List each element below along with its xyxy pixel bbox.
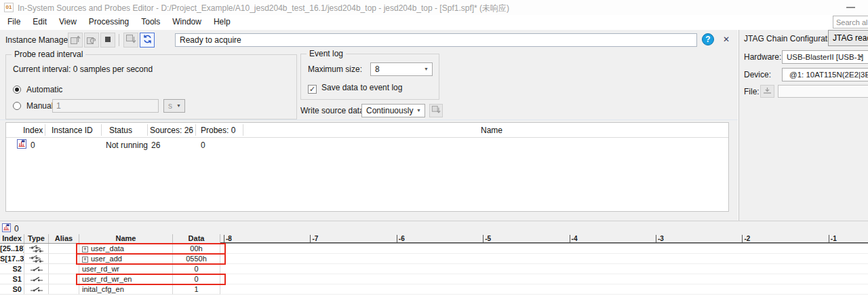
signal-data-cell[interactable]: 0550h xyxy=(173,254,220,264)
device-select[interactable]: @1: 10AT115N(2E2|3E2 xyxy=(782,68,868,81)
file-label: File: xyxy=(744,87,760,96)
refresh-button[interactable] xyxy=(140,33,155,48)
signal-header-index[interactable]: Index xyxy=(0,234,24,243)
instance-header-separator xyxy=(195,124,196,136)
bus-switch-icon xyxy=(24,244,49,254)
main-area: Instance Manager: Ready to acquire ? ✕ P… xyxy=(0,30,738,221)
instance-header-probes-0[interactable]: Probes: 0 xyxy=(201,125,235,136)
signal-header-name[interactable]: Name xyxy=(79,234,173,243)
acquire-status-field: Ready to acquire xyxy=(175,33,697,47)
signal-header-alias[interactable]: Alias xyxy=(49,234,79,243)
instance-index-cell[interactable]: 0 xyxy=(31,140,35,151)
menu-processing[interactable]: Processing xyxy=(83,15,135,29)
instance-status-cell[interactable]: Not running xyxy=(106,140,148,151)
instance-header-sources-26[interactable]: Sources: 26 xyxy=(150,125,193,136)
instance-table: IndexInstance IDStatusSources: 26Probes:… xyxy=(5,122,729,212)
maximum-size-arrow: ▼ xyxy=(424,63,429,75)
signal-header-data[interactable]: Data xyxy=(173,234,220,243)
help-icon[interactable]: ? xyxy=(702,33,714,45)
save-event-log-row[interactable]: ✓Save data to event log xyxy=(308,83,402,94)
signal-table: IndexTypeAliasNameData-8-7-6-5-4-3-2-1 [… xyxy=(0,234,868,298)
probe-group-title: Probe read interval xyxy=(12,50,85,59)
instance-sources-cell[interactable]: 26 xyxy=(151,140,160,151)
manual-radio[interactable] xyxy=(13,102,21,110)
automatic-radio-row[interactable]: Automatic xyxy=(13,85,62,94)
write-source-data-button[interactable] xyxy=(123,33,138,48)
signal-name-cell[interactable]: user_rd_wr xyxy=(79,264,173,274)
menu-help[interactable]: Help xyxy=(208,15,237,29)
expand-icon[interactable]: + xyxy=(82,257,88,263)
event-log-group: Event log Maximum size: 8 ▼ ✓Save data t… xyxy=(300,54,439,100)
instance-tab[interactable]: 0 xyxy=(2,223,19,234)
manual-radio-row[interactable]: Manual xyxy=(13,101,53,111)
signal-data-cell[interactable]: 0 xyxy=(173,274,220,284)
instance-header-separator xyxy=(101,124,102,136)
signal-alias-cell[interactable] xyxy=(49,274,79,284)
signal-data-cell[interactable]: 0 xyxy=(173,264,220,274)
stop-button[interactable] xyxy=(100,33,115,48)
signal-name-cell[interactable]: +user_add xyxy=(79,254,173,264)
menu-file[interactable]: File xyxy=(1,15,26,29)
maximum-size-label: Maximum size: xyxy=(308,64,362,74)
signal-row-inital_cfg_en[interactable]: S0inital_cfg_en1 xyxy=(0,284,868,295)
signal-alias-cell[interactable] xyxy=(49,254,79,264)
current-interval-text: Current interval: 0 samples per second xyxy=(13,64,153,74)
signal-row-user_rd_wr_en[interactable]: S1user_rd_wr_en0 xyxy=(0,274,868,284)
maximum-size-select[interactable]: 8 ▼ xyxy=(370,62,433,76)
signal-index-cell[interactable]: S1 xyxy=(0,274,24,284)
menu-view[interactable]: View xyxy=(53,15,83,29)
write-once-button[interactable] xyxy=(429,104,443,117)
signal-index-cell[interactable]: S[17..3] xyxy=(0,254,24,264)
timeline-tick: -3 xyxy=(656,235,664,242)
signal-alias-cell[interactable] xyxy=(49,264,79,274)
write-source-arrow: ▼ xyxy=(416,105,421,117)
signal-alias-cell[interactable] xyxy=(49,244,79,254)
timeline-tick: -6 xyxy=(397,235,405,242)
signal-name-cell[interactable]: +user_data xyxy=(79,244,173,254)
manual-interval-input[interactable] xyxy=(52,99,159,113)
close-icon[interactable]: ✕ xyxy=(721,33,732,45)
signal-data-cell[interactable]: 1 xyxy=(173,284,220,295)
continuously-read-button[interactable] xyxy=(84,33,99,48)
menu-tools[interactable]: Tools xyxy=(135,15,166,29)
manual-unit-select[interactable]: s ▼ xyxy=(163,99,185,113)
file-open-button[interactable] xyxy=(760,85,774,98)
signal-row-user_data[interactable]: [25..18]+user_data00h xyxy=(0,244,868,254)
signal-table-filler xyxy=(0,295,868,298)
search-input[interactable] xyxy=(833,16,868,29)
event-log-title: Event log xyxy=(307,49,346,58)
instance-header-instance-id[interactable]: Instance ID xyxy=(52,125,93,136)
read-probe-data-button[interactable] xyxy=(68,33,83,48)
save-event-log-checkbox[interactable]: ✓ xyxy=(308,85,317,94)
menu-edit[interactable]: Edit xyxy=(26,15,53,29)
instance-header-status[interactable]: Status xyxy=(109,125,132,136)
instance-tab-label: 0 xyxy=(14,224,19,234)
write-source-label: Write source data: xyxy=(300,106,366,115)
manual-label: Manual xyxy=(26,101,53,111)
minimize-button[interactable] xyxy=(846,7,855,8)
timeline-tick: -4 xyxy=(570,235,578,242)
signal-row-user_rd_wr[interactable]: S2user_rd_wr0 xyxy=(0,264,868,274)
signal-waveform-area xyxy=(220,254,868,264)
hardware-select[interactable]: USB-BlasterII [USB-1] ▼ xyxy=(782,50,868,64)
signal-index-cell[interactable]: S2 xyxy=(0,264,24,274)
signal-index-cell[interactable]: [25..18] xyxy=(0,244,24,254)
menu-window[interactable]: Window xyxy=(166,15,208,29)
timeline-ruler: -8-7-6-5-4-3-2-1 xyxy=(220,234,868,243)
automatic-radio[interactable] xyxy=(13,86,21,94)
signal-row-user_add[interactable]: S[17..3]+user_add0550h xyxy=(0,254,868,264)
signal-name-cell[interactable]: inital_cfg_en xyxy=(79,284,173,295)
signal-index-cell[interactable]: S0 xyxy=(0,284,24,295)
file-path-input[interactable] xyxy=(778,85,868,98)
instance-header-name[interactable]: Name xyxy=(481,125,502,136)
signal-name-cell[interactable]: user_rd_wr_en xyxy=(79,274,173,284)
instance-header-index[interactable]: Index xyxy=(23,125,43,136)
write-source-select[interactable]: Continuously ▼ xyxy=(361,104,425,117)
jtag-read-button[interactable]: JTAG read xyxy=(828,30,868,46)
expand-icon[interactable]: + xyxy=(82,246,88,253)
switch-icon xyxy=(24,284,49,295)
signal-alias-cell[interactable] xyxy=(49,284,79,295)
signal-data-cell[interactable]: 00h xyxy=(173,244,220,254)
instance-probes-cell[interactable]: 0 xyxy=(201,140,205,151)
signal-header-type[interactable]: Type xyxy=(24,234,49,243)
